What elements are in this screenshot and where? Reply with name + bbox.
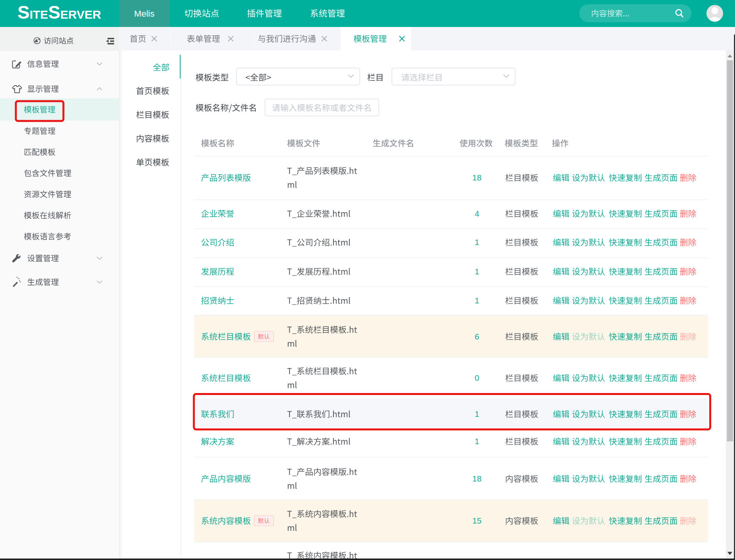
svg-text:S: S — [17, 2, 30, 23]
svg-text:S: S — [48, 2, 60, 23]
svg-text:18: 18 — [472, 173, 481, 182]
svg-text:4: 4 — [475, 209, 479, 218]
svg-text:ITE: ITE — [30, 8, 48, 21]
svg-text:1: 1 — [475, 437, 479, 446]
svg-text:1: 1 — [475, 409, 479, 418]
svg-text:ERVER: ERVER — [60, 8, 101, 21]
svg-text:0: 0 — [475, 373, 479, 382]
svg-text:Melis: Melis — [134, 9, 154, 19]
svg-text:1: 1 — [475, 296, 479, 305]
svg-text:1: 1 — [475, 238, 479, 247]
svg-text:18: 18 — [472, 474, 481, 483]
svg-text:6: 6 — [475, 332, 479, 341]
svg-text:15: 15 — [472, 516, 481, 525]
svg-text:1: 1 — [475, 267, 479, 276]
